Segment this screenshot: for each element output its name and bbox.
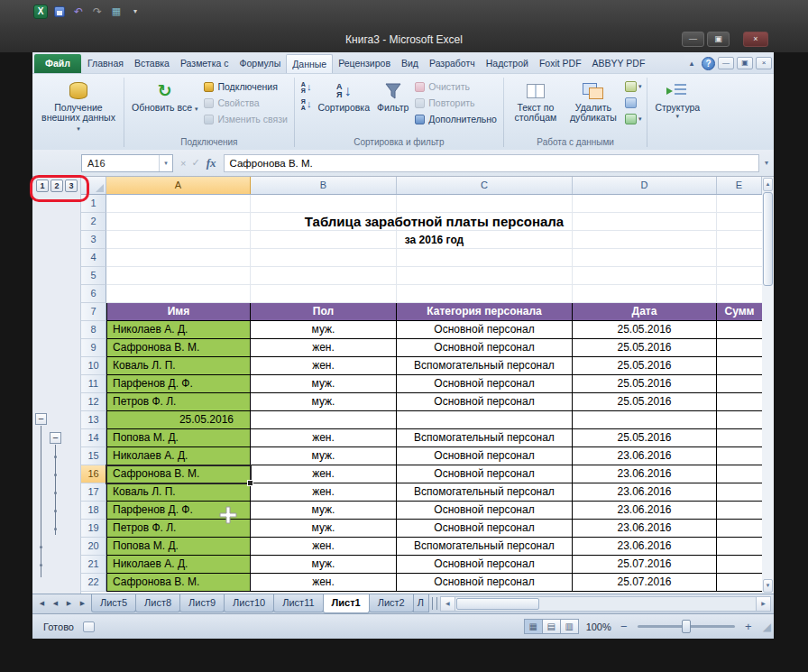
help-icon[interactable]: ? [702,57,715,70]
cell-C2[interactable] [397,213,573,231]
cell-B16[interactable]: жен. [251,465,397,483]
sheet-tab-Лист5[interactable]: Лист5 [91,594,136,612]
cell-A13[interactable]: 25.05.2016 [106,411,251,429]
row-header-8[interactable]: 8 [81,321,106,339]
column-header-B[interactable]: B [251,177,397,194]
row-header-2[interactable]: 2 [81,213,106,231]
cell-B12[interactable]: муж. [251,393,397,411]
cell-A20[interactable]: Попова М. Д. [106,538,251,556]
cell-B17[interactable]: жен. [251,483,397,502]
reapply-button[interactable]: Повторить [412,95,500,111]
text-to-columns-button[interactable]: Текст по столбцам [508,76,564,125]
previous-sheet-icon[interactable]: ◀ [49,596,62,611]
sheet-tab-Лист9[interactable]: Лист9 [179,594,225,612]
remove-duplicates-button[interactable]: Удалить дубликаты [564,76,623,125]
cell-A22[interactable]: Сафронова В. М. [106,574,251,592]
cell-D20[interactable]: 23.06.2016 [573,538,717,556]
ribbon-tab-Разметка с[interactable]: Разметка с [175,54,234,73]
cell-C22[interactable]: Основной персонал [397,574,573,592]
cell-A16[interactable]: Сафронова В. М. [106,465,251,483]
filter-button[interactable]: Фильтр [373,76,412,115]
cell-B6[interactable] [251,285,397,303]
cell-C17[interactable]: Вспомогательный персонал [397,483,573,502]
redo-icon[interactable]: ↷ [89,4,106,19]
outline-structure-button[interactable]: Структура ▾ [651,76,703,123]
cell-E9[interactable] [717,339,762,357]
row-header-3[interactable]: 3 [81,231,106,249]
ribbon-tab-Надстрой[interactable]: Надстрой [481,54,534,73]
vertical-scroll-track[interactable] [762,192,774,578]
ribbon-tab-Рецензиров[interactable]: Рецензиров [333,54,396,73]
cell-D9[interactable]: 25.05.2016 [573,339,717,357]
cell-D21[interactable]: 25.07.2016 [573,556,717,574]
name-box-dropdown-icon[interactable]: ▾ [159,155,172,171]
insert-function-icon[interactable]: fx [207,156,216,170]
cell-A11[interactable]: Парфенов Д. Ф. [106,375,251,393]
sort-descending-button[interactable]: ЯА↓ [299,96,314,113]
row-header-13[interactable]: 13 [81,411,106,429]
cell-A9[interactable]: Сафронова В. М. [106,339,251,357]
cell-E16[interactable] [717,465,762,483]
page-break-view-button[interactable]: ▥ [560,619,579,634]
column-header-D[interactable]: D [573,177,717,194]
table-header-cell-3[interactable]: Дата [573,303,717,321]
row-header-20[interactable]: 20 [81,538,106,556]
cell-B19[interactable]: муж. [251,520,397,538]
cancel-icon[interactable]: × [180,158,186,169]
cell-C4[interactable] [397,249,573,267]
cell-E22[interactable] [717,574,762,592]
cell-C12[interactable]: Основной персонал [397,393,573,411]
save-icon[interactable] [51,4,68,19]
cell-B4[interactable] [251,249,397,267]
cell-D11[interactable]: 25.05.2016 [573,375,717,393]
cell-B14[interactable]: жен. [251,429,397,447]
collapse-group-button[interactable]: − [50,432,61,444]
cell-E10[interactable] [717,357,762,375]
tab-splitter[interactable] [432,597,437,610]
cell-A6[interactable] [106,285,251,303]
table-header-cell-2[interactable]: Категория персонала [397,303,573,321]
cell-E8[interactable] [717,321,762,339]
sort-ascending-button[interactable]: АЯ↓ [299,78,314,96]
ribbon-tab-Вид[interactable]: Вид [396,54,424,73]
collapse-group-button[interactable]: − [35,413,47,425]
cell-D8[interactable]: 25.05.2016 [573,321,717,339]
cell-C19[interactable]: Основной персонал [397,520,573,538]
row-header-18[interactable]: 18 [81,502,106,520]
cell-B22[interactable]: жен. [251,574,397,592]
workbook-close-icon[interactable]: × [756,57,772,69]
cell-C16[interactable]: Основной персонал [397,465,573,483]
expand-formula-bar-icon[interactable]: ▾ [759,159,774,167]
cell-E3[interactable] [717,231,762,249]
row-header-12[interactable]: 12 [81,393,106,411]
cell-B9[interactable]: жен. [251,339,397,357]
cell-D5[interactable] [573,267,717,285]
column-header-E[interactable]: E [717,177,762,194]
cell-E4[interactable] [717,249,762,267]
clear-filter-button[interactable]: Очистить [412,78,500,95]
cell-B1[interactable] [251,195,397,213]
refresh-all-button[interactable]: ↻ Обновить все ▾ [128,76,201,115]
advanced-filter-button[interactable]: Дополнительно [412,111,500,127]
collapse-ribbon-icon[interactable]: ▴ [684,57,699,70]
row-header-15[interactable]: 15 [81,447,106,465]
cell-A17[interactable]: Коваль Л. П. [106,483,251,502]
row-header-1[interactable]: 1 [81,195,106,213]
cell-B21[interactable]: муж. [251,556,397,574]
sort-button[interactable]: АЯ↓ Сортировка [314,76,373,115]
cell-B2[interactable] [251,213,397,231]
cell-E17[interactable] [717,483,762,502]
row-header-5[interactable]: 5 [81,267,106,285]
cell-D18[interactable]: 23.06.2016 [573,502,717,520]
cell-B18[interactable]: муж. [251,502,397,520]
zoom-out-icon[interactable]: − [619,621,629,632]
ribbon-tab-Foxit PDF[interactable]: Foxit PDF [534,54,587,73]
cell-D14[interactable]: 25.05.2016 [573,429,717,447]
cell-B20[interactable]: жен. [251,538,397,556]
ribbon-tab-ABBYY PDF[interactable]: ABBYY PDF [587,54,651,73]
first-sheet-icon[interactable]: ◀ [35,596,49,611]
cell-B5[interactable] [251,267,397,285]
cell-D22[interactable]: 25.07.2016 [573,574,717,592]
cell-C5[interactable] [397,267,573,285]
cell-A14[interactable]: Попова М. Д. [106,429,251,447]
